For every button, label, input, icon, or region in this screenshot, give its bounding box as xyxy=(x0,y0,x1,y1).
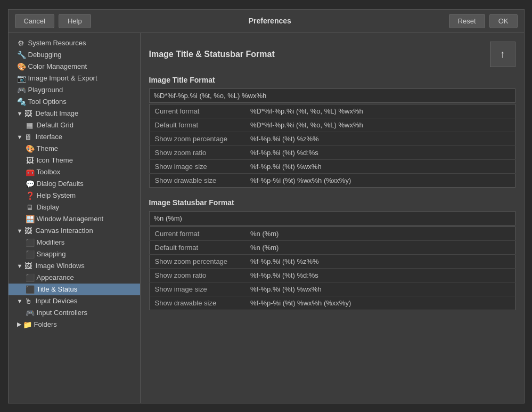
sidebar: ⚙System Resources🔧Debugging🎨Color Manage… xyxy=(9,33,141,403)
table-row: Show zoom ratio%f-%p.%i (%t) %d:%s xyxy=(149,146,515,159)
sidebar-item-theme[interactable]: 🎨Theme xyxy=(9,143,140,155)
sidebar-item-debugging[interactable]: 🔧Debugging xyxy=(9,49,140,61)
reset-button[interactable]: Reset xyxy=(449,14,485,28)
sidebar-item-label: Input Controllers xyxy=(37,309,87,317)
row-value: %f-%p.%i (%t) %d:%s xyxy=(245,268,515,282)
row-key: Show zoom ratio xyxy=(149,146,245,159)
sidebar-item-appearance[interactable]: ⬛Appearance xyxy=(9,272,140,284)
row-key: Current format xyxy=(149,104,245,118)
image-title-format-input[interactable] xyxy=(149,88,515,103)
arrow-icon: ▼ xyxy=(17,228,23,234)
sidebar-item-label: Snapping xyxy=(37,250,66,258)
canvas-interaction-icon: 🖼 xyxy=(24,227,32,235)
default-image-icon: 🖼 xyxy=(24,109,32,118)
row-value: %f-%p.%i (%t) %z%% xyxy=(245,132,515,146)
titlebar: Cancel Help Preferences Reset OK xyxy=(9,10,524,33)
row-value: %f-%p.%i (%t) %wx%h xyxy=(245,282,515,296)
sidebar-item-label: Toolbox xyxy=(37,168,61,176)
sidebar-item-playground[interactable]: 🎮Playground xyxy=(9,84,140,96)
section-header: Image Title & Statusbar Format ↑ xyxy=(149,42,515,67)
sidebar-item-tool-options[interactable]: 🔩Tool Options xyxy=(9,96,140,108)
table-row: Current format%n (%m) xyxy=(149,227,515,240)
table-row: Current format%D*%f-%p.%i (%t, %o, %L) %… xyxy=(149,104,515,118)
row-value: %D*%f-%p.%i (%t, %o, %L) %wx%h xyxy=(245,104,515,118)
row-value: %f-%p-%i (%t) %wx%h (%xx%y) xyxy=(245,296,515,310)
sidebar-item-default-image[interactable]: ▼ 🖼Default Image xyxy=(9,108,140,119)
arrow-icon: ▼ xyxy=(17,263,23,269)
sidebar-item-label: Default Grid xyxy=(37,121,73,129)
sidebar-item-label: Dialog Defaults xyxy=(37,180,84,188)
sidebar-item-dialog-defaults[interactable]: 💬Dialog Defaults xyxy=(9,178,140,190)
table-row: Show zoom ratio%f-%p.%i (%t) %d:%s xyxy=(149,268,515,282)
table-row: Show image size%f-%p.%i (%t) %wx%h xyxy=(149,282,515,296)
sidebar-item-modifiers[interactable]: ⬛Modifiers xyxy=(9,237,140,248)
section-title: Image Title & Statusbar Format xyxy=(149,50,490,59)
row-key: Show drawable size xyxy=(149,173,245,187)
color-management-icon: 🎨 xyxy=(17,62,26,71)
ok-button[interactable]: OK xyxy=(489,14,518,28)
sidebar-item-label: Folders xyxy=(34,320,57,328)
table-row: Default format%D*%f-%p.%i (%t, %o, %L) %… xyxy=(149,118,515,132)
row-value: %f-%p.%i (%t) %z%% xyxy=(245,254,515,268)
theme-icon: 🎨 xyxy=(26,144,34,153)
sidebar-item-help-system[interactable]: ❓Help System xyxy=(9,190,140,201)
sidebar-item-color-management[interactable]: 🎨Color Management xyxy=(9,61,140,72)
input-devices-icon: 🖱 xyxy=(24,297,32,305)
sidebar-item-label: Default Image xyxy=(35,109,78,117)
sidebar-item-title-status[interactable]: ⬛Title & Status xyxy=(9,284,140,295)
sidebar-item-snapping[interactable]: ⬛Snapping xyxy=(9,248,140,260)
sidebar-item-label: Tool Options xyxy=(28,98,67,106)
image-import-export-icon: 📷 xyxy=(17,74,26,83)
table-row: Show image size%f-%p.%i (%t) %wx%h xyxy=(149,159,515,173)
input-controllers-icon: 🎮 xyxy=(26,309,34,317)
cancel-button[interactable]: Cancel xyxy=(15,14,54,28)
sidebar-item-interface[interactable]: ▼ 🖥Interface xyxy=(9,131,140,143)
sidebar-item-default-grid[interactable]: ▦Default Grid xyxy=(9,119,140,131)
sidebar-item-label: Modifiers xyxy=(37,238,65,246)
image-statusbar-format-input[interactable] xyxy=(149,211,515,225)
sidebar-item-image-import-export[interactable]: 📷Image Import & Export xyxy=(9,72,140,84)
sidebar-item-window-management[interactable]: 🪟Window Management xyxy=(9,213,140,225)
sidebar-item-toolbox[interactable]: 🧰Toolbox xyxy=(9,166,140,178)
help-button[interactable]: Help xyxy=(59,14,91,28)
sidebar-item-label: Playground xyxy=(28,86,63,94)
image-statusbar-format-label: Image Statusbar Format xyxy=(149,198,515,207)
sidebar-item-image-windows[interactable]: ▼ 🖼Image Windows xyxy=(9,260,140,272)
sidebar-item-label: Appearance xyxy=(37,273,74,281)
sidebar-item-canvas-interaction[interactable]: ▼ 🖼Canvas Interaction xyxy=(9,225,140,237)
arrow-icon: ▶ xyxy=(17,321,21,328)
table-row: Show zoom percentage%f-%p.%i (%t) %z%% xyxy=(149,132,515,146)
sidebar-item-folders[interactable]: ▶ 📁Folders xyxy=(9,319,140,330)
row-value: %D*%f-%p.%i (%t, %o, %L) %wx%h xyxy=(245,118,515,132)
default-grid-icon: ▦ xyxy=(26,121,34,130)
sidebar-item-label: Help System xyxy=(37,191,76,199)
row-value: %f-%p-%i (%t) %wx%h (%xx%y) xyxy=(245,173,515,187)
row-key: Show drawable size xyxy=(149,296,245,310)
main-content: Image Title & Statusbar Format ↑ Image T… xyxy=(141,33,524,403)
interface-icon: 🖥 xyxy=(24,133,32,141)
modifiers-icon: ⬛ xyxy=(26,238,34,247)
sidebar-item-input-devices[interactable]: ▼ 🖱Input Devices xyxy=(9,295,140,307)
row-key: Show image size xyxy=(149,159,245,173)
image-title-format-label: Image Title Format xyxy=(149,76,515,84)
debugging-icon: 🔧 xyxy=(17,51,26,59)
title-status-icon: ⬛ xyxy=(26,285,34,294)
sidebar-item-label: System Resources xyxy=(28,39,86,47)
content-area: ⚙System Resources🔧Debugging🎨Color Manage… xyxy=(9,33,524,403)
row-value: %f-%p.%i (%t) %wx%h xyxy=(245,159,515,173)
sidebar-item-label: Window Management xyxy=(37,215,104,223)
appearance-icon: ⬛ xyxy=(26,273,34,282)
sidebar-item-icon-theme[interactable]: 🖼Icon Theme xyxy=(9,155,140,166)
sidebar-item-label: Image Windows xyxy=(35,262,84,270)
sidebar-item-system-resources[interactable]: ⚙System Resources xyxy=(9,37,140,49)
row-value: %n (%m) xyxy=(245,240,515,254)
system-resources-icon: ⚙ xyxy=(17,39,26,47)
row-key: Show zoom percentage xyxy=(149,254,245,268)
up-button[interactable]: ↑ xyxy=(490,42,515,67)
preferences-dialog: Cancel Help Preferences Reset OK ⚙System… xyxy=(8,9,525,403)
sidebar-item-label: Icon Theme xyxy=(37,156,73,164)
table-row: Show zoom percentage%f-%p.%i (%t) %z%% xyxy=(149,254,515,268)
row-value: %n (%m) xyxy=(245,227,515,240)
sidebar-item-input-controllers[interactable]: 🎮Input Controllers xyxy=(9,307,140,319)
sidebar-item-display[interactable]: 🖥Display xyxy=(9,201,140,213)
